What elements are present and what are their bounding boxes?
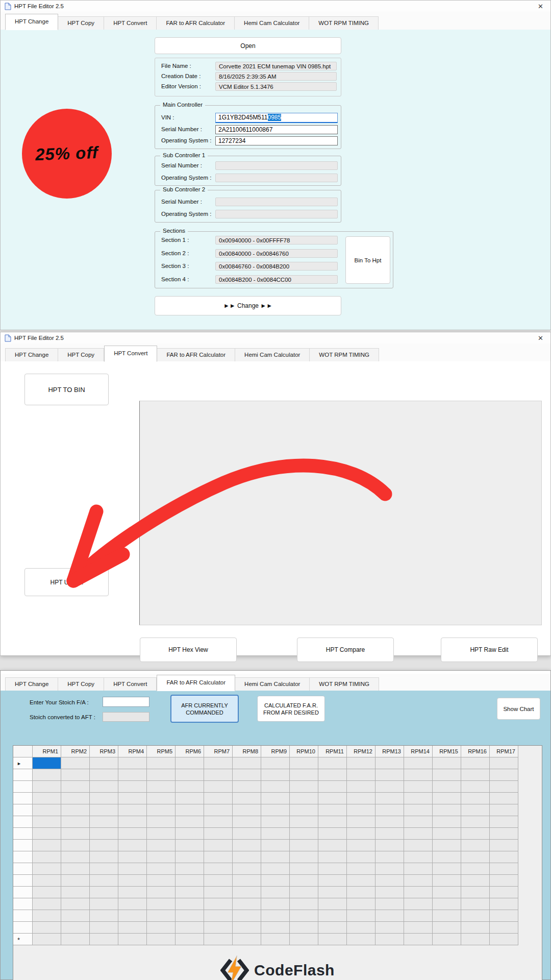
grid-cell[interactable]: [118, 934, 147, 945]
grid-cell[interactable]: [176, 804, 204, 816]
grid-row-header[interactable]: [13, 769, 33, 781]
grid-cell[interactable]: [118, 863, 147, 875]
grid-cell[interactable]: [461, 934, 490, 945]
grid-cell[interactable]: [290, 840, 318, 851]
grid-cell[interactable]: [204, 887, 233, 898]
grid-cell[interactable]: [61, 922, 90, 934]
grid-cell[interactable]: [233, 840, 261, 851]
grid-cell[interactable]: [204, 804, 233, 816]
grid-cell[interactable]: [33, 922, 61, 934]
grid-row-header[interactable]: [13, 851, 33, 863]
grid-cell[interactable]: [318, 875, 347, 887]
grid-cell[interactable]: [461, 863, 490, 875]
tab-hpt-change[interactable]: HPT Change: [5, 348, 58, 362]
grid-column-header-rpm12[interactable]: RPM12: [347, 746, 375, 757]
grid-row-header[interactable]: [13, 840, 33, 851]
grid-row-header[interactable]: [13, 828, 33, 840]
grid-column-header-rpm10[interactable]: RPM10: [290, 746, 318, 757]
grid-cell[interactable]: [490, 828, 518, 840]
hpt-hex-view-button[interactable]: HPT Hex View: [140, 638, 237, 662]
grid-cell[interactable]: [33, 840, 61, 851]
grid-cell[interactable]: [433, 934, 461, 945]
grid-cell[interactable]: [261, 840, 290, 851]
grid-cell[interactable]: [375, 828, 404, 840]
close-icon[interactable]: ✕: [535, 3, 546, 10]
grid-column-header-rpm1[interactable]: RPM1: [33, 746, 61, 757]
grid-cell[interactable]: [233, 898, 261, 910]
grid-cell[interactable]: [347, 922, 375, 934]
grid-cell[interactable]: [318, 851, 347, 863]
open-button[interactable]: Open: [155, 37, 341, 54]
grid-cell[interactable]: [490, 816, 518, 828]
grid-cell[interactable]: [176, 816, 204, 828]
grid-cell[interactable]: [90, 781, 118, 793]
grid-cell[interactable]: [90, 828, 118, 840]
grid-cell[interactable]: [118, 781, 147, 793]
grid-cell[interactable]: [290, 875, 318, 887]
grid-cell[interactable]: [433, 828, 461, 840]
grid-cell[interactable]: [347, 875, 375, 887]
grid-cell[interactable]: [347, 910, 375, 922]
tab-wot-rpm-timing[interactable]: WOT RPM TIMING: [310, 677, 379, 691]
grid-cell[interactable]: [261, 804, 290, 816]
grid-cell[interactable]: [33, 910, 61, 922]
grid-cell[interactable]: [490, 793, 518, 804]
grid-cell[interactable]: [176, 828, 204, 840]
grid-cell[interactable]: [90, 875, 118, 887]
grid-cell[interactable]: [404, 804, 433, 816]
grid-cell[interactable]: [233, 887, 261, 898]
grid-cell[interactable]: [318, 828, 347, 840]
grid-cell[interactable]: [90, 934, 118, 945]
grid-cell[interactable]: [375, 757, 404, 769]
grid-cell[interactable]: [61, 875, 90, 887]
grid-cell[interactable]: [147, 887, 176, 898]
afr-currently-commanded-button[interactable]: AFR CURRENTLY COMMANDED: [170, 695, 239, 723]
grid-cell[interactable]: [404, 863, 433, 875]
grid-cell[interactable]: [90, 804, 118, 816]
grid-cell[interactable]: [147, 781, 176, 793]
grid-cell[interactable]: [61, 781, 90, 793]
tab-hpt-convert[interactable]: HPT Convert: [104, 677, 157, 691]
grid-cell[interactable]: [118, 840, 147, 851]
grid-cell[interactable]: [204, 922, 233, 934]
grid-cell[interactable]: [61, 769, 90, 781]
grid-cell[interactable]: [375, 769, 404, 781]
grid-cell[interactable]: [176, 875, 204, 887]
bin-to-hpt-button[interactable]: Bin To Hpt: [345, 236, 390, 284]
grid-column-header-rpm7[interactable]: RPM7: [204, 746, 233, 757]
grid-cell[interactable]: [461, 757, 490, 769]
grid-column-header-rpm11[interactable]: RPM11: [318, 746, 347, 757]
grid-cell[interactable]: [233, 934, 261, 945]
grid-cell[interactable]: [404, 934, 433, 945]
grid-cell[interactable]: [147, 851, 176, 863]
grid-cell[interactable]: [290, 922, 318, 934]
grid-cell[interactable]: [147, 840, 176, 851]
grid-cell[interactable]: [433, 816, 461, 828]
grid-cell[interactable]: [233, 910, 261, 922]
grid-cell[interactable]: [176, 922, 204, 934]
grid-cell[interactable]: [375, 840, 404, 851]
grid-cell[interactable]: [290, 816, 318, 828]
grid-cell[interactable]: [347, 757, 375, 769]
tab-hpt-convert[interactable]: HPT Convert: [104, 16, 157, 30]
grid-cell[interactable]: [90, 922, 118, 934]
stoich-fa-input[interactable]: [103, 697, 149, 707]
grid-row-header[interactable]: [13, 910, 33, 922]
grid-cell[interactable]: [204, 875, 233, 887]
grid-cell[interactable]: [318, 840, 347, 851]
grid-cell[interactable]: [176, 840, 204, 851]
grid-cell[interactable]: [233, 757, 261, 769]
grid-cell[interactable]: [490, 910, 518, 922]
grid-cell[interactable]: [118, 875, 147, 887]
grid-cell[interactable]: [490, 781, 518, 793]
grid-cell[interactable]: [233, 769, 261, 781]
grid-cell[interactable]: [347, 781, 375, 793]
grid-cell[interactable]: [290, 828, 318, 840]
grid-cell[interactable]: [404, 769, 433, 781]
grid-cell[interactable]: [404, 781, 433, 793]
grid-cell[interactable]: [290, 898, 318, 910]
tab-hpt-copy[interactable]: HPT Copy: [58, 677, 104, 691]
grid-cell[interactable]: [375, 898, 404, 910]
tab-hpt-copy[interactable]: HPT Copy: [58, 16, 104, 30]
grid-cell[interactable]: [433, 922, 461, 934]
